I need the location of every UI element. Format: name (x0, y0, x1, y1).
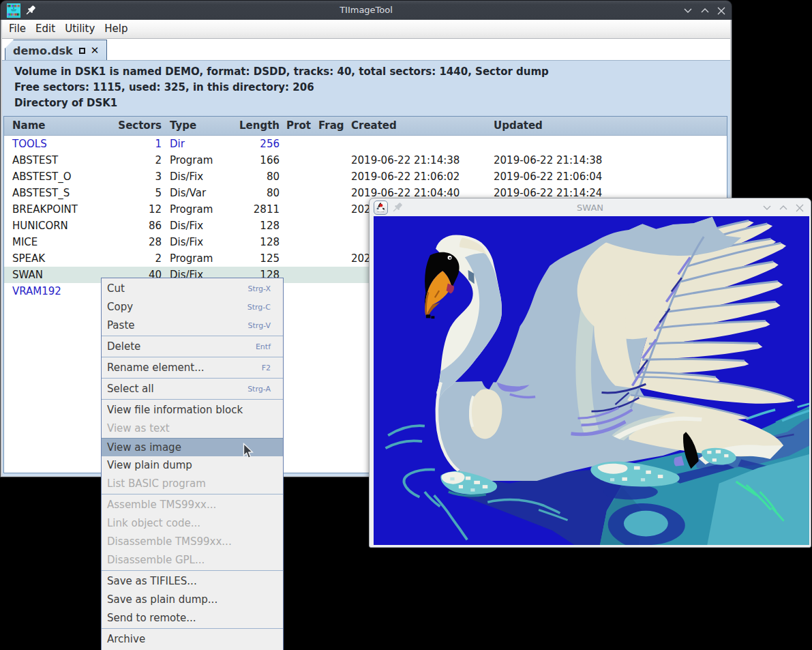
menu-item-paste[interactable]: PasteStrg-V (102, 316, 283, 335)
col-frag[interactable]: Frag (318, 119, 344, 132)
col-created[interactable]: Created (351, 119, 397, 132)
tab-close-icon[interactable]: ✕ (91, 47, 100, 54)
cell-type: Program (170, 154, 213, 166)
cell-length: 125 (224, 252, 280, 265)
cell-name: ABSTEST (12, 154, 58, 166)
swan-window: SWAN (369, 198, 811, 548)
cell-type: Dis/Fix (170, 220, 203, 232)
cell-type: Dis/Var (170, 187, 206, 199)
maximize-button[interactable] (697, 3, 713, 18)
col-prot[interactable]: Prot (286, 119, 311, 132)
menu-item-label: Copy (107, 301, 133, 313)
menu-item-rename-element[interactable]: Rename element...F2 (102, 359, 283, 377)
menu-item-view-as-image[interactable]: View as image (102, 438, 283, 456)
cell-length: 80 (224, 187, 280, 199)
menu-item-label: Archive (107, 633, 145, 645)
cell-name: BREAKPOINT (12, 203, 78, 216)
menu-item-label: View file information block (107, 404, 243, 416)
cell-sectors: 12 (99, 203, 162, 216)
menu-item-cut[interactable]: CutStrg-X (102, 280, 283, 298)
menu-item-label: Rename element... (107, 361, 204, 374)
table-row-tools[interactable]: TOOLS1Dir256 (4, 136, 727, 152)
menu-item-archive[interactable]: Archive (102, 630, 283, 649)
menu-item-shortcut: Strg-X (247, 280, 271, 298)
cell-sectors: 5 (99, 187, 162, 199)
tab-label: demo.dsk (13, 44, 73, 57)
cell-created: 202 (351, 203, 371, 216)
cell-updated: 2019-06-22 21:14:38 (494, 154, 602, 166)
cell-created: 2019-06-22 21:14:38 (351, 154, 460, 166)
cell-name: TOOLS (12, 138, 47, 150)
menu-item-label: Link object code... (107, 517, 200, 529)
swan-titlebar[interactable]: SWAN (370, 198, 811, 216)
swan-maximize-button[interactable] (775, 201, 792, 215)
menu-item-view-plain-dump[interactable]: View plain dump (102, 456, 283, 475)
cell-length: 166 (224, 154, 280, 166)
menu-item-label: Disassemble GPL... (107, 554, 205, 566)
cell-created: 2019-06-22 21:06:02 (351, 171, 460, 183)
main-window-title: TIImageTool (1, 5, 732, 15)
cell-name: HUNICORN (12, 220, 68, 232)
menu-separator (102, 357, 283, 357)
col-sectors[interactable]: Sectors (99, 119, 162, 132)
main-titlebar[interactable]: TIImageTool (0, 0, 732, 20)
menu-item-label: View as text (107, 422, 170, 434)
cell-type: Program (170, 203, 213, 216)
col-updated[interactable]: Updated (494, 119, 543, 132)
menu-item-send-to-remote[interactable]: Send to remote... (102, 609, 283, 627)
cell-name: ABSTEST_S (12, 187, 70, 199)
menubar-item-help[interactable]: Help (100, 20, 132, 39)
menubar-item-utility[interactable]: Utility (60, 20, 100, 39)
menu-item-shortcut: F2 (262, 359, 271, 377)
cell-type: Dis/Fix (170, 236, 203, 248)
menu-item-label: Paste (107, 319, 135, 331)
swan-close-button[interactable] (792, 201, 808, 215)
cell-length: 256 (224, 138, 280, 150)
menu-bar: FileEditUtilityHelp (2, 20, 730, 39)
table-row-abstest[interactable]: ABSTEST2Program1662019-06-22 21:14:38201… (4, 152, 727, 168)
menubar-item-edit[interactable]: Edit (31, 20, 60, 39)
swan-minimize-button[interactable] (759, 201, 775, 215)
cell-sectors: 1 (99, 138, 162, 150)
menu-item-view-file-information-block[interactable]: View file information block (102, 401, 283, 419)
tab-demo-dsk[interactable]: demo.dsk ✕ (5, 40, 107, 61)
menu-item-label: Save as plain dump... (107, 593, 217, 606)
menu-item-delete[interactable]: DeleteEntf (102, 338, 283, 356)
cell-sectors: 28 (99, 236, 162, 248)
volume-info: Volume in DSK1 is named DEMO, format: DS… (2, 61, 730, 111)
menu-item-label: Cut (107, 282, 125, 295)
menu-item-copy[interactable]: CopyStrg-C (102, 298, 283, 316)
cell-name: MICE (12, 236, 37, 248)
cell-name: SPEAK (12, 252, 45, 265)
menu-item-save-as-tifiles[interactable]: Save as TIFILES... (102, 572, 283, 591)
menu-item-assemble-tms99xx: Assemble TMS99xx... (102, 496, 283, 514)
menu-item-label: Save as TIFILES... (107, 575, 197, 587)
table-header[interactable]: Name Sectors Type Length Prot Frag Creat… (4, 117, 727, 136)
menu-item-label: Select all (107, 383, 154, 395)
menu-item-select-all[interactable]: Select allStrg-A (102, 380, 283, 398)
menu-item-shortcut: Strg-V (248, 316, 271, 335)
col-length[interactable]: Length (224, 119, 280, 132)
menu-item-label: Assemble TMS99xx... (107, 499, 216, 511)
minimize-button[interactable] (680, 3, 696, 18)
cell-length: 80 (224, 171, 280, 183)
cell-updated: 2019-06-22 21:06:04 (494, 171, 602, 183)
menu-item-label: View plain dump (107, 459, 192, 471)
tab-detach-icon[interactable] (79, 48, 85, 54)
menu-separator (102, 628, 283, 629)
menubar-item-file[interactable]: File (4, 20, 31, 39)
menu-item-label: Disassemble TMS99xx... (107, 535, 232, 548)
mouse-cursor (243, 443, 254, 460)
volume-info-line3: Directory of DSK1 (14, 95, 730, 111)
menu-item-save-as-plain-dump[interactable]: Save as plain dump... (102, 591, 283, 609)
col-type[interactable]: Type (170, 119, 196, 132)
table-row-abstest_o[interactable]: ABSTEST_O3Dis/Fix802019-06-22 21:06:0220… (4, 168, 727, 185)
menu-item-label: Send to remote... (107, 612, 196, 624)
menu-item-shortcut: Entf (256, 338, 271, 356)
cell-sectors: 3 (99, 171, 162, 183)
close-button[interactable] (713, 3, 730, 18)
cell-name: SWAN (12, 269, 43, 281)
volume-info-line1: Volume in DSK1 is named DEMO, format: DS… (14, 64, 730, 80)
col-name[interactable]: Name (12, 119, 45, 132)
tab-strip: demo.dsk ✕ (2, 39, 730, 60)
